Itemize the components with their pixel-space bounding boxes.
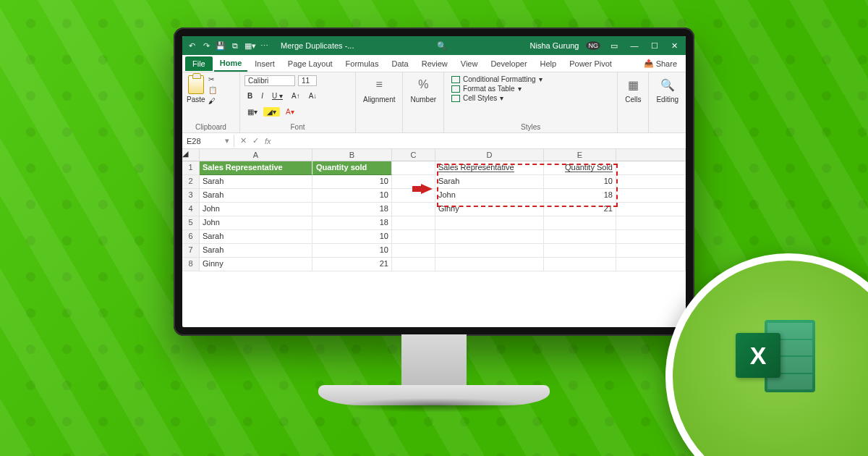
- undo-icon[interactable]: ↶: [187, 41, 197, 51]
- cell-f2[interactable]: [616, 175, 686, 189]
- cell-b5[interactable]: 18: [312, 216, 392, 230]
- cell-f6[interactable]: [616, 230, 686, 244]
- tab-developer[interactable]: Developer: [485, 56, 532, 71]
- increase-font-icon[interactable]: A↑: [289, 90, 303, 101]
- cell-e8[interactable]: [544, 258, 616, 271]
- cell-d7[interactable]: [435, 244, 544, 258]
- tab-page-layout[interactable]: Page Layout: [282, 56, 339, 71]
- row-header[interactable]: 1: [182, 161, 200, 175]
- share-button[interactable]: 📤Share: [638, 56, 683, 71]
- qat-more-icon[interactable]: ⋯: [259, 41, 269, 51]
- row-header[interactable]: 2: [182, 175, 200, 189]
- cell-c8[interactable]: [392, 258, 435, 271]
- cell-a7[interactable]: Sarah: [200, 244, 312, 258]
- borders-icon[interactable]: ▦▾: [244, 106, 260, 117]
- bold-button[interactable]: B: [244, 90, 255, 101]
- cell-b4[interactable]: 18: [312, 203, 392, 216]
- cell-c6[interactable]: [392, 230, 435, 244]
- col-header-b[interactable]: B: [312, 149, 392, 161]
- cell-c7[interactable]: [392, 244, 435, 258]
- cell-e2[interactable]: 10: [544, 175, 616, 189]
- number-button[interactable]: % Number: [407, 75, 439, 105]
- cell-f3[interactable]: [616, 189, 686, 203]
- save-icon[interactable]: 💾: [216, 41, 226, 51]
- cell-f7[interactable]: [616, 244, 686, 258]
- cell-b8[interactable]: 21: [312, 258, 392, 271]
- col-header-blank[interactable]: [616, 149, 686, 161]
- col-header-e[interactable]: E: [544, 149, 616, 161]
- format-painter-icon[interactable]: 🖌: [208, 97, 217, 105]
- copy-icon[interactable]: 📋: [208, 86, 217, 94]
- row-header[interactable]: 5: [182, 216, 200, 230]
- user-avatar[interactable]: NG: [586, 41, 600, 50]
- editing-button[interactable]: 🔍 Editing: [653, 75, 681, 105]
- tab-view[interactable]: View: [455, 56, 484, 71]
- cell-d3[interactable]: John: [435, 189, 544, 203]
- redo-icon[interactable]: ↷: [201, 41, 211, 51]
- enter-formula-icon[interactable]: ✓: [252, 136, 259, 145]
- col-header-a[interactable]: A: [200, 149, 312, 161]
- alignment-button[interactable]: ≡ Alignment: [360, 75, 398, 105]
- cell-e5[interactable]: [544, 216, 616, 230]
- cell-c5[interactable]: [392, 216, 435, 230]
- cell-e1[interactable]: Quantity Sold: [544, 161, 616, 175]
- cell-e4[interactable]: 21: [544, 203, 616, 216]
- cell-f1[interactable]: [616, 161, 686, 175]
- spreadsheet-grid[interactable]: ◢ A B C D E 1 Sales Representative Quant…: [182, 149, 686, 271]
- cell-a6[interactable]: Sarah: [200, 230, 312, 244]
- cut-icon[interactable]: ✂: [208, 75, 217, 83]
- cell-f5[interactable]: [616, 216, 686, 230]
- touch-icon[interactable]: ▦▾: [244, 41, 255, 51]
- cell-a1[interactable]: Sales Representative: [200, 161, 312, 175]
- tab-help[interactable]: Help: [535, 56, 563, 71]
- row-header[interactable]: 6: [182, 230, 200, 244]
- conditional-formatting-button[interactable]: Conditional Formatting ▾: [451, 75, 613, 83]
- row-header[interactable]: 8: [182, 258, 200, 271]
- format-as-table-button[interactable]: Format as Table ▾: [451, 85, 613, 93]
- tab-power-pivot[interactable]: Power Pivot: [563, 56, 618, 71]
- minimize-button[interactable]: —: [628, 41, 641, 50]
- cell-b6[interactable]: 10: [312, 230, 392, 244]
- cell-d1[interactable]: Sales Representative: [435, 161, 544, 175]
- tab-insert[interactable]: Insert: [249, 56, 281, 71]
- col-header-d[interactable]: D: [435, 149, 544, 161]
- cell-a3[interactable]: Sarah: [200, 189, 312, 203]
- fill-color-icon[interactable]: ◢▾: [263, 107, 280, 117]
- cell-a8[interactable]: Ginny: [200, 258, 312, 271]
- fx-icon[interactable]: fx: [265, 137, 271, 145]
- autosave-icon[interactable]: ⧉: [230, 41, 240, 51]
- cell-d6[interactable]: [435, 230, 544, 244]
- cell-b1[interactable]: Quantity sold: [312, 161, 392, 175]
- cell-b2[interactable]: 10: [312, 175, 392, 189]
- cell-styles-button[interactable]: Cell Styles ▾: [451, 94, 613, 102]
- cell-b7[interactable]: 10: [312, 244, 392, 258]
- search-icon[interactable]: 🔍: [437, 41, 447, 51]
- name-box[interactable]: E28▾: [182, 135, 234, 147]
- select-all-corner[interactable]: ◢: [182, 149, 200, 161]
- tab-data[interactable]: Data: [386, 56, 414, 71]
- tab-file[interactable]: File: [185, 56, 213, 71]
- font-color-icon[interactable]: A▾: [283, 106, 297, 117]
- cell-c4[interactable]: [392, 203, 435, 216]
- ribbon-display-icon[interactable]: ▭: [608, 41, 621, 51]
- cancel-formula-icon[interactable]: ✕: [240, 136, 247, 145]
- row-header[interactable]: 7: [182, 244, 200, 258]
- cell-a4[interactable]: John: [200, 203, 312, 216]
- underline-button[interactable]: U ▾: [269, 90, 286, 101]
- italic-button[interactable]: I: [258, 90, 266, 101]
- font-name-select[interactable]: Calibri: [244, 75, 295, 86]
- tab-home[interactable]: Home: [214, 56, 248, 72]
- tab-formulas[interactable]: Formulas: [340, 56, 385, 71]
- close-button[interactable]: ✕: [668, 41, 681, 51]
- cell-e3[interactable]: 18: [544, 189, 616, 203]
- row-header[interactable]: 3: [182, 189, 200, 203]
- cell-d8[interactable]: [435, 258, 544, 271]
- row-header[interactable]: 4: [182, 203, 200, 216]
- paste-button[interactable]: Paste: [187, 75, 205, 105]
- decrease-font-icon[interactable]: A↓: [306, 90, 320, 101]
- cell-b3[interactable]: 10: [312, 189, 392, 203]
- cell-a5[interactable]: John: [200, 216, 312, 230]
- cell-e7[interactable]: [544, 244, 616, 258]
- cells-button[interactable]: ▦ Cells: [622, 75, 644, 105]
- cell-d4[interactable]: Ginny: [435, 203, 544, 216]
